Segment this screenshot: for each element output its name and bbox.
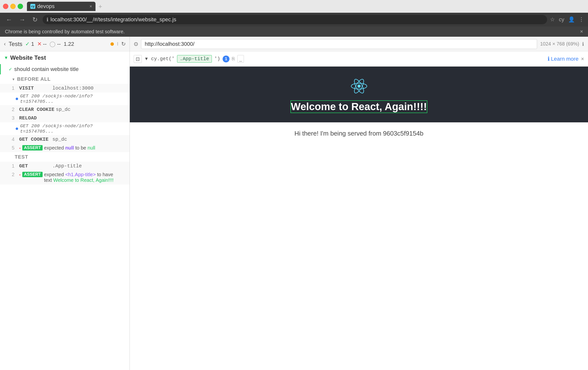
test-section: TEST bbox=[0, 152, 130, 162]
profile-icon[interactable]: 👤 bbox=[568, 16, 575, 23]
reload-button[interactable]: ↻ bbox=[30, 15, 40, 24]
preview-size: 1024 × 768 (69%) bbox=[540, 41, 579, 47]
app-body: Hi there! I'm being served from 9603c5f9… bbox=[130, 122, 588, 145]
forward-button[interactable]: → bbox=[17, 15, 27, 24]
reload-tests-button[interactable]: ↻ bbox=[121, 41, 126, 47]
suite-collapse-arrow[interactable]: ▼ bbox=[4, 55, 8, 60]
tab-bar: cy devops × + bbox=[27, 2, 585, 11]
assert-badge-2: ASSERT bbox=[22, 172, 43, 177]
app-title: Welcome to React, Again!!!! bbox=[291, 101, 427, 113]
main-area: ‹ Tests ✓ 1 ✕ -- ◯ -- 1.22 I ↻ ▼ bbox=[0, 37, 588, 370]
automation-message: Chrome is being controlled by automated … bbox=[5, 29, 125, 35]
test-label: TEST bbox=[12, 154, 28, 160]
maximize-traffic-light[interactable] bbox=[18, 4, 23, 9]
cypress-panel: ‹ Tests ✓ 1 ✕ -- ◯ -- 1.22 I ↻ ▼ bbox=[0, 37, 130, 370]
app-subtitle: Hi there! I'm being served from 9603c5f9… bbox=[137, 130, 581, 137]
cypress-toolbar: ‹ Tests ✓ 1 ✕ -- ◯ -- 1.22 I ↻ bbox=[0, 37, 130, 51]
xhr-row: GET 200 /sockjs-node/info?t=1574705... bbox=[0, 92, 130, 105]
url-bar[interactable]: ℹ localhost:3000/__/#/tests/integration/… bbox=[43, 15, 547, 24]
automation-close-button[interactable]: × bbox=[580, 28, 583, 35]
before-all-label: BEFORE ALL bbox=[17, 76, 51, 82]
xhr-dot bbox=[16, 98, 18, 100]
inspect-icon[interactable]: ⊡ bbox=[134, 55, 142, 63]
preview-url-input[interactable] bbox=[141, 39, 537, 49]
lock-icon: ℹ bbox=[47, 17, 48, 23]
version-number: 1.22 bbox=[64, 41, 74, 47]
section-collapse-icon[interactable]: ▼ bbox=[12, 77, 15, 81]
test-list: ▼ Website Test ✓ should contain website … bbox=[0, 51, 130, 370]
selector-arrow: ▼ bbox=[144, 56, 149, 61]
terminal-icon[interactable]: _ bbox=[237, 55, 244, 63]
learn-more-link[interactable]: ℹ Learn more bbox=[548, 56, 579, 62]
browser-chrome: cy devops × + ← → ↻ ℹ localhost:3000/__/… bbox=[0, 0, 588, 37]
test-case-item[interactable]: ✓ should contain website title bbox=[0, 64, 130, 74]
minimize-traffic-light[interactable] bbox=[10, 4, 16, 9]
xhr-row: GET 200 /sockjs-node/info?t=1574705... bbox=[0, 122, 130, 135]
test-pass-icon: ✓ bbox=[9, 67, 12, 72]
copy-selector-button[interactable]: ⎘ bbox=[232, 56, 235, 62]
tests-label: Tests bbox=[9, 41, 22, 47]
cy-icon[interactable]: cy bbox=[559, 16, 564, 23]
get-command-row[interactable]: 1 GET .App-title bbox=[0, 162, 130, 170]
command-row[interactable]: 2 CLEAR COOKIE sp_dc bbox=[0, 105, 130, 114]
automation-bar: Chrome is being controlled by automated … bbox=[0, 26, 588, 37]
command-row[interactable]: 1 VISIT localhost:3000 bbox=[0, 84, 130, 92]
selector-bar: ⊡ ▼ cy.get(' .App-title ') 1 ⎘ _ ℹ Learn… bbox=[130, 51, 588, 67]
close-traffic-light[interactable] bbox=[3, 4, 8, 9]
preview-panel: ⊙ 1024 × 768 (69%) ℹ ⊡ ▼ cy.get(' .App-t… bbox=[130, 37, 588, 370]
tab-close-button[interactable]: × bbox=[89, 4, 92, 9]
app-header: Welcome to React, Again!!!! bbox=[130, 67, 588, 122]
assert-row[interactable]: 5 - ASSERT expected null to be null bbox=[0, 144, 130, 152]
fail-icon: ✕ bbox=[37, 41, 42, 47]
test-case-name: should contain website title bbox=[14, 66, 79, 72]
pass-count: ✓ 1 bbox=[25, 41, 34, 47]
selector-cmd-text: cy.get(' bbox=[151, 56, 175, 62]
back-button[interactable]: ← bbox=[4, 15, 14, 24]
selector-count-badge: 1 bbox=[223, 56, 229, 62]
pass-num: 1 bbox=[31, 41, 34, 47]
app-preview: Welcome to React, Again!!!! Hi there! I'… bbox=[130, 67, 588, 370]
selector-value[interactable]: .App-title bbox=[177, 55, 212, 63]
back-to-tests-button[interactable]: ‹ bbox=[4, 41, 6, 47]
menu-icon[interactable]: ⋮ bbox=[579, 16, 584, 23]
active-tab[interactable]: cy devops × bbox=[27, 2, 96, 11]
preview-info-icon[interactable]: ℹ bbox=[582, 41, 584, 47]
info-circle-icon: ℹ bbox=[548, 56, 550, 62]
fail-num: -- bbox=[43, 41, 47, 47]
preview-toolbar: ⊙ 1024 × 768 (69%) ℹ bbox=[130, 37, 588, 51]
nav-icons: ☆ cy 👤 ⋮ bbox=[550, 16, 584, 23]
assert-row-2[interactable]: 2 - ASSERT expected <h1.App-title> to ha… bbox=[0, 170, 130, 185]
command-row[interactable]: 3 RELOAD bbox=[0, 114, 130, 122]
assert-badge: ASSERT bbox=[22, 145, 43, 150]
suite-header: ▼ Website Test bbox=[0, 51, 130, 64]
tab-title: devops bbox=[37, 3, 87, 10]
pass-icon: ✓ bbox=[25, 41, 30, 47]
target-icon[interactable]: ⊙ bbox=[134, 41, 138, 47]
suite-title: Website Test bbox=[10, 54, 46, 61]
star-icon[interactable]: ☆ bbox=[550, 16, 555, 23]
command-row[interactable]: 4 GET COOKIE sp_dc bbox=[0, 135, 130, 144]
title-bar: cy devops × + bbox=[0, 0, 588, 13]
nav-bar: ← → ↻ ℹ localhost:3000/__/#/tests/integr… bbox=[0, 13, 588, 26]
tab-favicon: cy bbox=[30, 4, 35, 9]
info-icon: I bbox=[117, 41, 118, 47]
xhr-dot bbox=[16, 127, 18, 130]
selector-bar-close-button[interactable]: × bbox=[581, 56, 584, 62]
react-logo bbox=[349, 76, 369, 96]
traffic-lights bbox=[3, 4, 23, 9]
selector-close-paren: ') bbox=[214, 56, 220, 62]
svg-point-0 bbox=[357, 85, 360, 88]
skip-count: ◯ -- bbox=[49, 41, 61, 47]
skip-num: -- bbox=[57, 41, 61, 47]
url-text: localhost:3000/__/#/tests/integration/we… bbox=[50, 16, 543, 23]
fail-count: ✕ -- bbox=[37, 41, 47, 47]
new-tab-button[interactable]: + bbox=[96, 3, 105, 10]
status-dot bbox=[110, 42, 114, 46]
skip-icon: ◯ bbox=[49, 41, 56, 47]
before-all-section: ▼ BEFORE ALL bbox=[0, 74, 130, 84]
